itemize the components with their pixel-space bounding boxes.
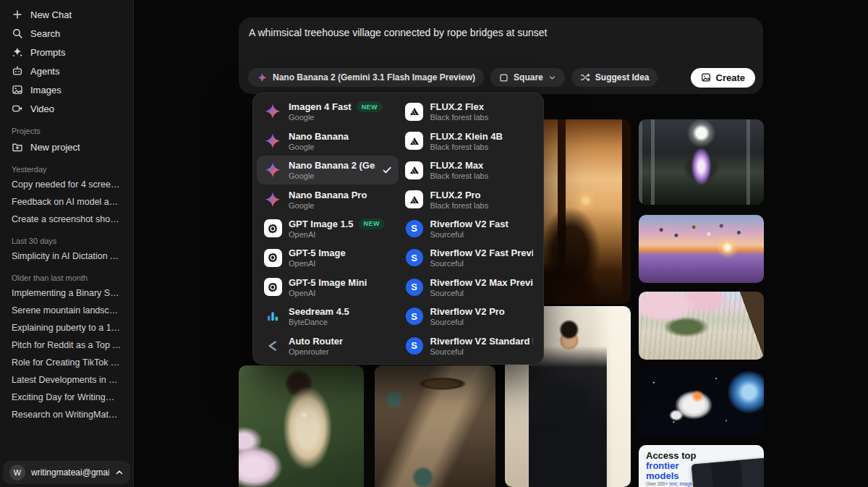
model-name: FLUX.2 Max [430,160,489,171]
sidebar-item-new-chat[interactable]: New Chat [6,5,127,24]
model-provider: Black forest labs [430,171,489,180]
model-option-auto-router[interactable]: Auto RouterOpenrouter [257,331,399,360]
model-provider: Black forest labs [430,143,503,151]
model-provider: Black forest labs [430,201,489,210]
robot-icon [12,65,23,77]
new-badge: NEW [359,219,385,229]
model-option-riverflow-v2-pro[interactable]: SRiverflow V2 ProSourceful [399,302,540,331]
aspect-ratio-label: Square [514,72,543,82]
model-option-flux-2-pro[interactable]: FLUX.2 ProBlack forest labs [399,185,540,213]
sidebar-nav: New ChatSearchPromptsAgentsImagesVideo [0,0,133,118]
model-name: FLUX.2 Klein 4B [430,131,503,142]
check-icon [382,165,392,175]
model-option-riverflow-v2-fast[interactable]: SRiverflow V2 FastSourceful [399,214,540,243]
model-menu-column-right: FLUX.2 FlexBlack forest labsFLUX.2 Klein… [399,97,540,360]
model-option-nano-banana-pro[interactable]: Nano Banana ProGoogle [257,185,399,213]
gemini-star-icon [263,190,282,209]
flux-triangle-icon [405,132,424,151]
model-option-nano-banana-2-gemini-3-1[interactable]: Nano Banana 2 (Gemini 3.1...Google [257,156,399,185]
suggest-idea-label: Suggest Idea [595,72,650,82]
history-item[interactable]: Simplicity in AI Dictation App... [0,247,133,265]
model-dropdown-menu: Imagen 4 FastNEWGoogleNano BananaGoogleN… [252,93,544,365]
model-option-gpt-5-image-mini[interactable]: GPT-5 Image MiniOpenAI [257,273,399,302]
model-name: Riverflow V2 Fast Preview [430,247,534,258]
gallery-image-steampunk[interactable] [375,365,495,487]
history-item[interactable]: Research on WritingMate.ai [0,406,133,423]
sidebar-item-new-project[interactable]: New project [6,137,127,156]
model-option-flux-2-flex[interactable]: FLUX.2 FlexBlack forest labs [399,97,540,126]
history-section-label: Last 30 days [0,228,133,247]
aspect-ratio-button[interactable]: Square [490,68,565,87]
model-option-gpt-5-image[interactable]: GPT-5 ImageOpenAI [257,243,399,272]
model-name: Nano Banana 2 (Gemini 3.1... [289,160,375,171]
sidebar-item-video[interactable]: Video [6,99,127,118]
history-item[interactable]: Exciting Day for Writingmate ... [0,389,133,406]
video-icon [12,103,23,114]
gallery-image-zen[interactable] [639,292,764,360]
sidebar-item-label: New Chat [30,9,72,20]
image-icon [12,84,23,96]
sidebar-item-prompts[interactable]: Prompts [6,43,127,62]
history-item[interactable]: Copy needed for 4 screensh... [0,176,133,193]
sidebar-item-search[interactable]: Search [6,24,127,43]
search-icon [12,27,23,39]
app-window: New ChatSearchPromptsAgentsImagesVideo P… [0,0,868,487]
model-option-riverflow-v2-fast-preview[interactable]: SRiverflow V2 Fast PreviewSourceful [399,243,540,272]
prompt-input[interactable]: A whimsical treehouse village connected … [249,27,753,38]
history-item[interactable]: Explaining puberty to a 10-y... [0,319,133,336]
model-name: GPT-5 Image Mini [289,277,367,288]
model-name: Riverflow V2 Pro [430,306,505,317]
model-name: Nano Banana Pro [289,190,367,200]
model-option-flux-2-klein-4b[interactable]: FLUX.2 Klein 4BBlack forest labs [399,126,540,155]
flux-triangle-icon [405,190,424,209]
history-item[interactable]: Latest Developments in Rene... [0,371,133,389]
model-name: Riverflow V2 Max Preview [430,277,534,288]
sourceful-icon: S [405,248,424,267]
suggest-idea-button[interactable]: Suggest Idea [571,68,658,87]
sidebar-item-label: New project [30,142,80,153]
history-item[interactable]: Serene mountain landscape ... [0,302,133,319]
account-menu-button[interactable]: W writingmateai@gmail.c... [3,461,130,484]
history-item[interactable]: Role for Creating TikTok Vide... [0,354,133,371]
account-email: writingmateai@gmail.c... [31,467,109,478]
model-option-riverflow-v2-standard-preview[interactable]: SRiverflow V2 Standard PreviewSourceful [399,331,540,360]
gallery-image-astronaut[interactable] [639,368,764,436]
gallery-image-portal[interactable] [639,119,764,205]
history-item[interactable]: Pitch for Reddit as a Top AI S... [0,336,133,354]
create-button[interactable]: Create [691,68,755,88]
model-provider: Sourceful [430,318,505,326]
model-selector-button[interactable]: Nano Banana 2 (Gemini 3.1 Flash Image Pr… [248,68,484,87]
gallery-image-woman[interactable] [239,365,364,487]
flux-triangle-icon [405,161,424,179]
history-item[interactable]: Implementing a Binary Searc... [0,284,133,302]
gallery-image-lavender[interactable] [639,215,764,283]
sidebar-item-label: Video [30,103,54,114]
sidebar-item-agents[interactable]: Agents [6,62,127,80]
model-option-nano-banana[interactable]: Nano BananaGoogle [257,126,399,155]
model-name: Nano Banana [289,131,349,142]
model-option-riverflow-v2-max-preview[interactable]: SRiverflow V2 Max PreviewSourceful [399,273,540,302]
openai-logo-icon [263,219,282,238]
model-provider: OpenAI [289,289,367,297]
promo-card-frontier-models[interactable]: Access top frontier models Over 200+ tex… [639,445,764,487]
shuffle-icon [580,72,590,82]
history-item[interactable]: Feedback on AI model acces... [0,193,133,211]
model-name: FLUX.2 Pro [430,190,489,200]
chat-history: YesterdayCopy needed for 4 screensh...Fe… [0,156,133,423]
chevron-down-icon [548,74,556,82]
model-name: FLUX.2 Flex [430,101,489,112]
model-option-flux-2-max[interactable]: FLUX.2 MaxBlack forest labs [399,156,540,185]
model-menu-column-left: Imagen 4 FastNEWGoogleNano BananaGoogleN… [257,97,399,360]
chevron-up-icon [115,468,124,477]
model-provider: OpenAI [289,230,385,239]
model-name: Riverflow V2 Standard Preview [430,336,534,347]
model-name: Riverflow V2 Fast [430,219,509,229]
sparkle-icon [12,46,23,58]
sidebar-item-label: Images [30,85,61,96]
model-option-imagen-4-fast[interactable]: Imagen 4 FastNEWGoogle [257,97,399,126]
sidebar-item-images[interactable]: Images [6,80,127,99]
gemini-star-icon [263,102,282,121]
model-option-gpt-image-1-5[interactable]: GPT Image 1.5NEWOpenAI [257,214,399,243]
history-item[interactable]: Create a screenshot showca... [0,211,133,228]
model-option-seedream-4-5[interactable]: Seedream 4.5ByteDance [257,302,399,331]
